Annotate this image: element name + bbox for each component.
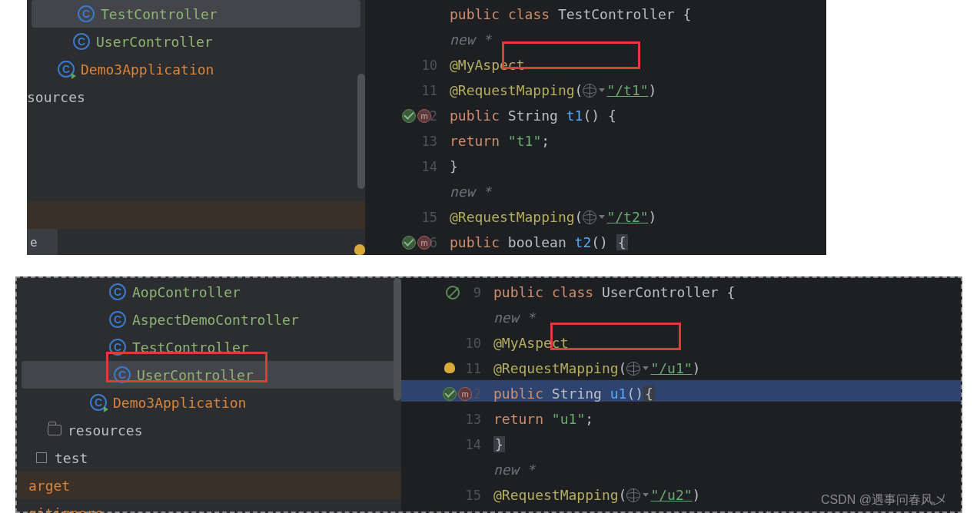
globe-icon	[583, 84, 596, 98]
scrollbar-thumb[interactable]	[357, 74, 365, 189]
gutter-line	[401, 305, 493, 330]
endpoint-m-icon: m	[458, 387, 472, 401]
ide-panel-bottom: CAopController CAspectDemoController CTe…	[15, 276, 962, 513]
code-line: new *	[450, 27, 826, 52]
class-icon: C	[109, 283, 126, 300]
tree-label: UserController	[96, 34, 213, 50]
bulb-icon[interactable]	[354, 244, 365, 255]
gutter: 10 11 m12 13 14 15 m16	[365, 0, 450, 255]
endpoint-m-icon: m	[417, 236, 431, 250]
endpoint-m-icon: m	[417, 109, 431, 123]
code-line: return "t1";	[450, 128, 826, 154]
code-line: public boolean t2() {	[450, 230, 826, 255]
gutter-line: 14	[365, 154, 450, 179]
tree-label: AspectDemoController	[132, 312, 299, 328]
endpoint-web-icon	[402, 236, 416, 250]
code-area[interactable]: public class UserController { new * @MyA…	[493, 278, 961, 511]
gutter-line: 14	[401, 432, 493, 457]
code-line: new *	[493, 305, 961, 330]
class-icon: C	[78, 5, 95, 22]
gutter-line: 15	[365, 204, 450, 230]
gutter: 9 10 11 m12 13 14 15	[401, 278, 493, 511]
code-line: @RequestMapping("/u1")	[493, 356, 961, 381]
folder-icon	[48, 425, 61, 435]
gutter-line	[401, 457, 493, 482]
code-editor-top[interactable]: 10 11 m12 13 14 15 m16 public class Test…	[365, 0, 826, 255]
slash-icon	[446, 286, 460, 300]
code-line: public class UserController {	[493, 280, 961, 305]
tree-item-aopcontroller[interactable]: CAopController	[17, 278, 401, 306]
tree-item-testcontroller[interactable]: C TestController	[32, 0, 360, 28]
gutter-line: 9	[401, 280, 493, 305]
tree-item-usercontroller[interactable]: C UserController	[27, 28, 365, 55]
project-tree-top: C TestController C UserController C Demo…	[27, 0, 365, 255]
code-line: @MyAspect	[493, 330, 961, 356]
endpoint-web-icon	[402, 109, 416, 123]
tree-item-aspectdemocontroller[interactable]: CAspectDemoController	[17, 306, 401, 333]
gutter-line: 13	[365, 128, 450, 154]
chevron-down-icon	[599, 88, 605, 92]
gutter-line: 13	[401, 406, 493, 432]
code-line: }	[493, 432, 961, 457]
globe-icon	[583, 210, 596, 224]
gutter-line	[365, 27, 450, 52]
class-run-icon: C	[58, 61, 75, 78]
code-line: public String u1(){	[493, 381, 961, 406]
tree-label: sources	[27, 89, 85, 105]
gutter-line: m16	[365, 230, 450, 255]
gutter-line: m12	[401, 381, 493, 406]
tree-item-testcontroller[interactable]: CTestController	[17, 333, 401, 361]
class-run-icon: C	[90, 394, 107, 411]
class-icon: C	[73, 33, 90, 50]
tree-item-demo3application[interactable]: C Demo3Application	[27, 55, 365, 83]
code-line: @RequestMapping("/u2")	[493, 482, 961, 508]
globe-icon	[626, 362, 640, 376]
tree-label: UserController	[137, 367, 254, 383]
tree-label: test	[55, 450, 88, 466]
globe-icon	[626, 488, 640, 502]
tree-label: arget	[28, 478, 70, 494]
code-line: }	[450, 154, 826, 179]
tree-label: gitignore	[28, 505, 104, 514]
code-line: new *	[493, 457, 961, 482]
tree-label: Demo3Application	[113, 395, 246, 411]
tree-label: AopController	[132, 284, 241, 300]
gutter-line: 10	[365, 52, 450, 78]
class-icon: C	[114, 366, 131, 383]
gutter-line	[365, 179, 450, 204]
code-line: public String t1() {	[450, 103, 826, 128]
gutter-line: 11	[401, 356, 493, 381]
chevron-down-icon	[599, 215, 605, 219]
bulb-icon[interactable]	[444, 362, 455, 373]
tree-label: TestController	[101, 6, 218, 22]
gutter-icons[interactable]	[446, 286, 460, 300]
code-editor-bottom[interactable]: 9 10 11 m12 13 14 15 public class UserCo…	[401, 278, 961, 511]
scrollbar-thumb[interactable]	[394, 278, 401, 401]
tree-highlight-row	[27, 201, 365, 229]
tree-item-gitignore[interactable]: gitignore	[17, 499, 401, 513]
gutter-icons[interactable]: m	[402, 109, 431, 123]
code-area[interactable]: public class TestController { new * @MyA…	[450, 0, 826, 255]
code-line: public class TestController {	[450, 2, 826, 27]
gutter-line: 15	[401, 482, 493, 508]
tree-partial-row: e	[27, 229, 58, 255]
gutter-line: m12	[365, 103, 450, 128]
class-icon: C	[109, 311, 126, 328]
tree-item-target[interactable]: arget	[17, 472, 401, 499]
tree-item-test[interactable]: test	[17, 444, 401, 472]
code-line: @MyAspect	[450, 52, 826, 78]
code-line: new *	[450, 179, 826, 204]
chevron-down-icon	[643, 493, 649, 497]
tree-label: Demo3Application	[81, 61, 214, 78]
tree-label: TestController	[132, 339, 249, 356]
ide-panel-top: C TestController C UserController C Demo…	[27, 0, 826, 255]
gutter-icons[interactable]: m	[402, 236, 431, 250]
tree-item-usercontroller[interactable]: CUserController	[22, 361, 397, 389]
gutter-line: 11	[365, 78, 450, 103]
tree-item-sources[interactable]: sources	[27, 83, 365, 111]
gutter-icons[interactable]: m	[443, 387, 472, 401]
code-line: return "u1";	[493, 406, 961, 432]
chevron-down-icon	[643, 366, 649, 370]
tree-item-demo3application[interactable]: CDemo3Application	[17, 389, 401, 416]
tree-item-resources[interactable]: resources	[17, 416, 401, 444]
